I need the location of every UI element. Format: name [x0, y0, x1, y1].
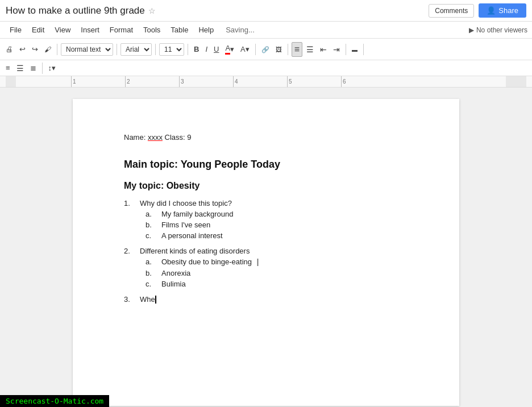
- decrease-indent-icon: [320, 45, 327, 54]
- size-select[interactable]: 11: [159, 43, 184, 56]
- list-item: a. Obesity due to binge-eating I: [146, 258, 257, 267]
- sub-list-1: a. My family background b. Films I've se…: [146, 210, 233, 242]
- style-select[interactable]: Normal text: [61, 43, 113, 56]
- name-value: xxxx: [148, 133, 163, 142]
- underline-icon: U: [214, 45, 219, 53]
- sub-list-2: a. Obesity due to binge-eating I b. Anor…: [146, 258, 257, 290]
- sub-item-1c: A personal interest: [161, 231, 223, 240]
- menu-view[interactable]: View: [49, 23, 76, 36]
- list-item: 1. Why did I choose this topic? a. My fa…: [124, 199, 414, 242]
- sub-item-2b: Anorexia: [161, 269, 190, 277]
- align-right-button[interactable]: ≣: [28, 62, 39, 74]
- paint-icon: [44, 45, 51, 53]
- increase-indent-icon: [333, 45, 340, 54]
- ruler-mark-5: 5: [287, 76, 341, 88]
- item-number-3: 3.: [124, 295, 140, 304]
- print-button[interactable]: [3, 43, 15, 55]
- align-left-button[interactable]: ≡: [3, 62, 13, 74]
- clear-format-icon: [352, 45, 358, 53]
- menu-help[interactable]: Help: [193, 23, 219, 36]
- clear-format-button[interactable]: [350, 43, 360, 55]
- star-icon[interactable]: ☆: [148, 6, 156, 15]
- sub-label-2a: a.: [146, 258, 161, 266]
- separator-6: [288, 44, 288, 55]
- text-cursor: [155, 296, 156, 304]
- font-select[interactable]: Arial: [120, 43, 152, 56]
- outline-list: 1. Why did I choose this topic? a. My fa…: [124, 199, 414, 304]
- separator-1: [57, 44, 57, 55]
- separator-9: [42, 63, 43, 74]
- my-topic-heading: My topic: Obesity: [124, 181, 414, 191]
- dropdown2-icon: ▾: [246, 45, 250, 53]
- undo-icon: [19, 45, 26, 53]
- underline-button[interactable]: U: [211, 43, 221, 55]
- ordered-list-button[interactable]: [292, 42, 302, 57]
- item-2-content: Different kinds of eating disorders a. O…: [140, 247, 257, 290]
- toolbar: Normal text Arial 11 B I U A ▾ A ▾: [0, 39, 532, 60]
- menu-bar: File Edit View Insert Format Tools Table…: [0, 22, 532, 39]
- menu-edit[interactable]: Edit: [27, 23, 49, 36]
- highlight-button[interactable]: A ▾: [238, 43, 252, 55]
- toolbar-row2: ≡ ☰ ≣ ↕ ▾: [0, 60, 532, 76]
- item-number-2: 2.: [124, 247, 140, 255]
- menu-format[interactable]: Format: [105, 23, 138, 36]
- menu-table[interactable]: Table: [165, 23, 193, 36]
- viewers-indicator: ▶ No other viewers: [469, 26, 527, 34]
- link-button[interactable]: [259, 43, 272, 55]
- redo-button[interactable]: [30, 43, 40, 55]
- redo-icon: [32, 45, 38, 53]
- separator-7: [346, 44, 346, 55]
- separator-5: [255, 44, 256, 55]
- share-button[interactable]: 👤 Share: [479, 3, 526, 18]
- comments-button[interactable]: Comments: [429, 4, 474, 18]
- sub-label-1b: b.: [146, 221, 161, 229]
- align-center-icon: ☰: [16, 64, 24, 73]
- separator-3: [155, 44, 156, 55]
- viewers-label: No other viewers: [476, 26, 527, 34]
- saving-status: Saving...: [226, 26, 255, 34]
- document-page[interactable]: Name: xxxx Class: 9 Main topic: Young Pe…: [73, 99, 459, 406]
- ibeam-cursor: I: [256, 258, 257, 267]
- image-icon: [276, 45, 282, 53]
- menu-insert[interactable]: Insert: [76, 23, 105, 36]
- separator-2: [117, 44, 117, 55]
- sub-label-2c: c.: [146, 280, 161, 288]
- separator-8: [363, 44, 364, 55]
- menu-tools[interactable]: Tools: [138, 23, 165, 36]
- ruler: 1 2 3 4 5 6: [0, 76, 532, 88]
- sub-label-1c: c.: [146, 231, 161, 240]
- align-center-button[interactable]: ☰: [14, 62, 26, 74]
- item-1-content: Why did I choose this topic? a. My famil…: [140, 199, 233, 242]
- font-color-icon: A: [225, 44, 230, 55]
- doc-title: How to make a outline 9th grade: [6, 5, 145, 16]
- person-icon: 👤: [487, 6, 496, 15]
- font-color-button[interactable]: A ▾: [223, 42, 236, 56]
- list-item: c. Bulimia: [146, 280, 257, 288]
- item-3-text: Whe: [140, 295, 156, 304]
- unordered-list-button[interactable]: [304, 43, 316, 56]
- decrease-indent-button[interactable]: [318, 43, 329, 56]
- sub-item-2a: Obesity due to binge-eating: [161, 258, 252, 266]
- chevron-right-icon: ▶: [469, 26, 474, 34]
- align-right-icon: ≣: [30, 64, 36, 72]
- ruler-mark-3: 3: [179, 76, 233, 88]
- italic-button[interactable]: I: [203, 43, 210, 55]
- ordered-list-icon: [294, 44, 300, 55]
- list-item: b. Films I've seen: [146, 221, 233, 229]
- paint-format-button[interactable]: [42, 43, 53, 55]
- title-bar: How to make a outline 9th grade ☆ Commen…: [0, 0, 532, 22]
- ruler-mark-4: 4: [233, 76, 287, 88]
- undo-button[interactable]: [17, 43, 28, 55]
- image-button[interactable]: [273, 43, 284, 55]
- increase-indent-button[interactable]: [331, 43, 342, 56]
- line-spacing-button[interactable]: ↕ ▾: [46, 62, 59, 74]
- bold-button[interactable]: B: [192, 43, 201, 55]
- sub-label-2b: b.: [146, 269, 161, 277]
- separator-4: [188, 44, 188, 55]
- list-item: c. A personal interest: [146, 231, 233, 240]
- menu-file[interactable]: File: [5, 23, 27, 36]
- list-item: b. Anorexia: [146, 269, 257, 277]
- document-area[interactable]: Name: xxxx Class: 9 Main topic: Young Pe…: [0, 88, 532, 407]
- list-item: 2. Different kinds of eating disorders a…: [124, 247, 414, 290]
- unordered-list-icon: [306, 45, 314, 54]
